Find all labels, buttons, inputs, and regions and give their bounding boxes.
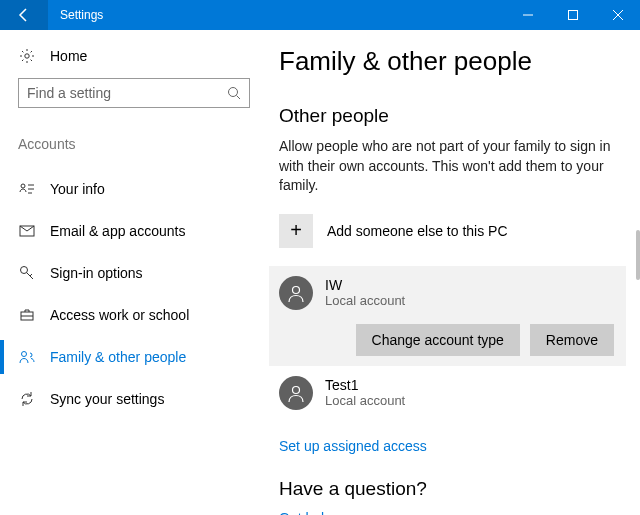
nav-signin-options[interactable]: Sign-in options bbox=[0, 252, 265, 294]
scrollbar[interactable] bbox=[636, 230, 640, 280]
account-item-selected[interactable]: IW Local account Change account type Rem… bbox=[269, 266, 626, 366]
minimize-button[interactable] bbox=[505, 0, 550, 30]
page-heading: Family & other people bbox=[279, 46, 622, 77]
account-row[interactable]: Test1 Local account bbox=[279, 376, 614, 410]
nav-label: Access work or school bbox=[50, 307, 189, 323]
search-input[interactable] bbox=[27, 85, 227, 101]
nav-your-info[interactable]: Your info bbox=[0, 168, 265, 210]
account-row[interactable]: IW Local account bbox=[279, 276, 614, 310]
svg-point-2 bbox=[25, 54, 29, 58]
assigned-access-link[interactable]: Set up assigned access bbox=[279, 438, 622, 454]
svg-point-3 bbox=[229, 88, 238, 97]
nav-label: Your info bbox=[50, 181, 105, 197]
mail-icon bbox=[18, 223, 36, 239]
svg-rect-1 bbox=[568, 11, 577, 20]
key-icon bbox=[18, 265, 36, 281]
search-icon bbox=[227, 86, 241, 100]
gear-icon bbox=[18, 48, 36, 64]
nav-sync-settings[interactable]: Sync your settings bbox=[0, 378, 265, 420]
svg-point-7 bbox=[21, 267, 28, 274]
add-label: Add someone else to this PC bbox=[327, 223, 508, 239]
section-description: Allow people who are not part of your fa… bbox=[279, 137, 622, 196]
nav-label: Family & other people bbox=[50, 349, 186, 365]
nav-label: Sign-in options bbox=[50, 265, 143, 281]
svg-point-11 bbox=[293, 386, 300, 393]
nav-email-accounts[interactable]: Email & app accounts bbox=[0, 210, 265, 252]
sidebar: Home Accounts Your info Email & app acco… bbox=[0, 30, 265, 515]
svg-point-5 bbox=[21, 184, 25, 188]
nav-list: Your info Email & app accounts Sign-in o… bbox=[0, 168, 265, 420]
nav-access-work[interactable]: Access work or school bbox=[0, 294, 265, 336]
people-icon bbox=[18, 349, 36, 365]
window-title: Settings bbox=[48, 8, 505, 22]
nav-label: Sync your settings bbox=[50, 391, 164, 407]
account-name: IW bbox=[325, 277, 405, 293]
svg-point-10 bbox=[293, 286, 300, 293]
svg-line-4 bbox=[237, 96, 241, 100]
account-item[interactable]: Test1 Local account bbox=[269, 366, 626, 420]
home-button[interactable]: Home bbox=[18, 48, 265, 64]
close-button[interactable] bbox=[595, 0, 640, 30]
account-type: Local account bbox=[325, 393, 405, 408]
avatar-icon bbox=[279, 276, 313, 310]
window-controls bbox=[505, 0, 640, 30]
account-type: Local account bbox=[325, 293, 405, 308]
maximize-icon bbox=[568, 10, 578, 20]
section-label: Accounts bbox=[18, 136, 265, 152]
plus-icon: + bbox=[279, 214, 313, 248]
add-someone-button[interactable]: + Add someone else to this PC bbox=[279, 214, 622, 248]
avatar-icon bbox=[279, 376, 313, 410]
close-icon bbox=[613, 10, 623, 20]
arrow-left-icon bbox=[16, 7, 32, 23]
svg-point-9 bbox=[22, 352, 27, 357]
back-button[interactable] bbox=[0, 0, 48, 30]
remove-account-button[interactable]: Remove bbox=[530, 324, 614, 356]
maximize-button[interactable] bbox=[550, 0, 595, 30]
main-content: Family & other people Other people Allow… bbox=[265, 30, 640, 515]
minimize-icon bbox=[523, 10, 533, 20]
nav-family-other[interactable]: Family & other people bbox=[0, 336, 265, 378]
titlebar: Settings bbox=[0, 0, 640, 30]
section-heading: Other people bbox=[279, 105, 622, 127]
get-help-link[interactable]: Get help bbox=[279, 510, 622, 515]
nav-label: Email & app accounts bbox=[50, 223, 185, 239]
question-heading: Have a question? bbox=[279, 478, 622, 500]
change-account-type-button[interactable]: Change account type bbox=[356, 324, 520, 356]
home-label: Home bbox=[50, 48, 87, 64]
person-card-icon bbox=[18, 181, 36, 197]
account-name: Test1 bbox=[325, 377, 405, 393]
briefcase-icon bbox=[18, 307, 36, 323]
sync-icon bbox=[18, 391, 36, 407]
search-box[interactable] bbox=[18, 78, 250, 108]
